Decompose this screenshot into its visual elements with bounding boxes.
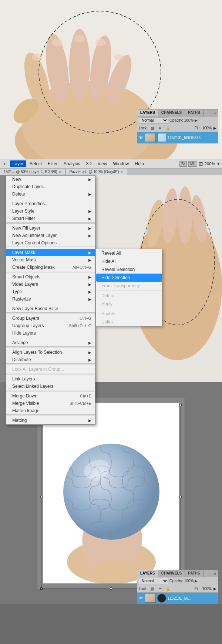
lock-position-icon[interactable]: 🔒 [165, 125, 171, 131]
menu-entry-duplicate[interactable]: Duplicate Layer... [6, 183, 95, 190]
doc-tab-1[interactable]: 1521... @ 50% (Layer 1, RGB/8) ✕ [0, 169, 66, 175]
tab-paths-bottom[interactable]: PATHS [185, 570, 203, 577]
menu-entry-arrange[interactable]: Arrange ▶ [6, 339, 95, 346]
menu-entry-video-layers[interactable]: Video Layers ▶ [6, 281, 95, 288]
menu-entry-type[interactable]: Type ▶ [6, 288, 95, 295]
menu-entry-fill-layer[interactable]: New Fill Layer ▶ [6, 224, 95, 232]
menu-label-distribute: Distribute [12, 357, 31, 362]
menu-entry-delete[interactable]: Delete ▶ [6, 190, 95, 198]
eye-visibility-bottom[interactable]: 👁 [139, 596, 143, 601]
menu-label-ungroup: Ungroup Layers [12, 323, 44, 328]
puzzle-ball-svg [43, 403, 179, 583]
menu-item-layer[interactable]: Layer [10, 160, 26, 167]
menu-entry-distribute[interactable]: Distribute ▶ [6, 356, 95, 363]
handle-middle-right[interactable] [179, 496, 182, 498]
menu-entry-align[interactable]: Align Layers To Selection ▶ [6, 349, 95, 356]
menu-item-view[interactable]: View [95, 160, 110, 167]
menu-entry-vector-mask[interactable]: Vector Mask ▶ [6, 256, 95, 264]
arrange-icon[interactable]: ⊞ [199, 161, 203, 167]
menu-entry-group[interactable]: Group Layers Ctrl+G [6, 315, 95, 322]
menu-item-3d[interactable]: 3D [83, 160, 94, 167]
menu-item-filter[interactable]: Filter [45, 160, 60, 167]
menu-section-1: New ▶ Duplicate Layer... Delete ▶ [6, 176, 95, 198]
menu-entry-new[interactable]: New ▶ [6, 176, 95, 183]
lock-image-icon[interactable]: ✏ [157, 125, 163, 131]
menu-arrow-delete: ▶ [88, 192, 91, 196]
menu-entry-style[interactable]: Layer Style ▶ [6, 207, 95, 215]
menu-entry-rasterize[interactable]: Rasterize ▶ [6, 295, 95, 303]
menu-entry-select-linked[interactable]: Select Linked Layers [6, 383, 95, 390]
tab-paths-top[interactable]: PATHS [185, 109, 203, 116]
lock-image-icon-bottom[interactable]: ✏ [157, 586, 163, 592]
fill-value-bottom[interactable]: 100% [202, 587, 212, 591]
menu-label-vector-mask: Vector Mask [12, 257, 37, 262]
menu-item-e[interactable]: e [1, 160, 9, 167]
top-canvas-area: LAYERS CHANNELS PATHS ≡ Normal Opacity: … [0, 0, 222, 159]
menu-item-help[interactable]: Help [132, 160, 147, 167]
menu-section-2: Layer Properties... Layer Style ▶ Smart … [6, 200, 95, 223]
layer-name-top: 1152101_50510835 [168, 136, 201, 140]
menu-entry-flatten[interactable]: Flatten Image [6, 407, 95, 414]
menu-entry-slice[interactable]: New Layer Based Slice [6, 305, 95, 312]
submenu-hide-all[interactable]: Hide All [96, 257, 162, 265]
doc-tab-1-close[interactable]: ✕ [59, 170, 62, 174]
menu-entry-link[interactable]: Link Layers [6, 375, 95, 383]
menu-section-4: Layer Mask ▶ Reveal All Hide All Reveal … [6, 249, 95, 271]
menu-entry-smart-objects[interactable]: Smart Objects ▶ [6, 273, 95, 281]
tab-channels-bottom[interactable]: CHANNELS [158, 570, 185, 577]
handle-bottom-center[interactable] [110, 587, 112, 590]
panel-options-bottom[interactable]: ≡ [212, 570, 218, 577]
layer-item-bottom[interactable]: 👁 1152101_50... [137, 593, 218, 604]
svg-point-10 [52, 39, 63, 46]
menu-label-hide-layers: Hide Layers [12, 331, 36, 336]
menu-entry-layer-mask[interactable]: Layer Mask ▶ Reveal All Hide All Reveal … [6, 249, 95, 256]
menu-entry-properties[interactable]: Layer Properties... [6, 200, 95, 207]
eye-visibility-top[interactable]: 👁 [139, 135, 143, 140]
menu-entry-clipping-mask[interactable]: Create Clipping Mask Alt+Ctrl+G [6, 264, 95, 271]
menu-entry-ungroup[interactable]: Ungroup Layers Shift+Ctrl+G [6, 322, 95, 329]
opacity-value-top[interactable]: 100% [184, 118, 194, 122]
tab-channels-top[interactable]: CHANNELS [158, 109, 185, 116]
menu-label-smart-objects: Smart Objects [12, 274, 40, 279]
submenu-reveal-selection[interactable]: Reveal Selection [96, 265, 162, 274]
menu-item-window[interactable]: Window [111, 160, 132, 167]
menu-item-analysis[interactable]: Analysis [61, 160, 83, 167]
menu-item-select[interactable]: Select [27, 160, 44, 167]
doc-tab-2-close[interactable]: ✕ [120, 170, 123, 174]
menu-entry-adjustment[interactable]: New Adjustment Layer ▶ [6, 232, 95, 239]
bridge-icon[interactable]: Br [179, 161, 187, 167]
blend-mode-select-bottom[interactable]: Normal [139, 578, 168, 584]
fill-value-top[interactable]: 100% [202, 126, 212, 130]
handle-top-right[interactable] [179, 404, 182, 406]
lock-row-top: Lock: ▧ ✏ 🔒 Fill: 100% ▶ [137, 124, 218, 132]
handle-bottom-left[interactable] [40, 587, 43, 590]
blend-mode-select-top[interactable]: Normal [139, 117, 168, 123]
menu-entry-content-options[interactable]: Layer Content Options... [6, 239, 95, 247]
tab-layers-bottom[interactable]: LAYERS [137, 570, 158, 577]
layer-mask-thumb-top [157, 133, 166, 142]
menu-label-adjustment: New Adjustment Layer [12, 233, 57, 238]
menu-entry-merge-visible[interactable]: Merge Visible Shift+Ctrl+E [6, 400, 95, 407]
divider-6 [6, 313, 95, 314]
menu-entry-merge-down[interactable]: Merge Down Ctrl+E [6, 392, 95, 400]
menu-entry-smart-filter[interactable]: Smart Filter ▶ [6, 215, 95, 222]
layer-item-top[interactable]: 👁 1152101_50510835 [137, 132, 218, 143]
menu-label-select-linked: Select Linked Layers [12, 384, 53, 389]
submenu-reveal-all[interactable]: Reveal All [96, 249, 162, 257]
lock-position-icon-bottom[interactable]: 🔒 [165, 586, 171, 592]
submenu-hide-selection[interactable]: Hide Selection [96, 274, 162, 282]
lock-transparency-icon[interactable]: ▧ [149, 125, 155, 131]
menu-entry-matting[interactable]: Matting ▶ [6, 417, 95, 424]
menu-label-rasterize: Rasterize [12, 296, 31, 302]
doc-tab-2[interactable]: Puzzle.psb @ 100% (Gray/8*) ✕ [66, 169, 128, 175]
panel-options-top[interactable]: ≡ [212, 109, 218, 116]
blend-mode-row-top: Normal Opacity: 100% ▶ [137, 116, 218, 124]
menu-entry-hide-layers[interactable]: Hide Layers [6, 329, 95, 337]
opacity-value-bottom[interactable]: 100% [184, 579, 194, 583]
merge-down-shortcut: Ctrl+E [80, 394, 91, 398]
menu-arrow-new: ▶ [88, 177, 91, 182]
lock-transparency-icon-bottom[interactable]: ▧ [149, 586, 155, 592]
minibrige-icon[interactable]: Mb [188, 161, 197, 167]
tab-layers-top[interactable]: LAYERS [137, 109, 158, 116]
opacity-label-top: Opacity: [169, 118, 183, 122]
